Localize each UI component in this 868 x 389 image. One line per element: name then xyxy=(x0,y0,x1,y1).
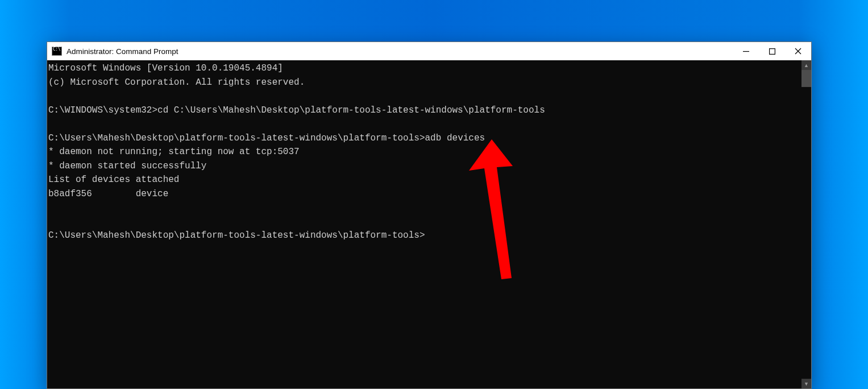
titlebar[interactable]: Administrator: Command Prompt xyxy=(47,42,811,60)
close-button[interactable] xyxy=(785,42,811,60)
terminal-prompt: C:\Users\Mahesh\Desktop\platform-tools-l… xyxy=(48,230,425,241)
terminal-prompt: C:\Users\Mahesh\Desktop\platform-tools-l… xyxy=(48,133,425,143)
terminal-line: b8adf356 device xyxy=(48,189,168,199)
terminal-line: (c) Microsoft Corporation. All rights re… xyxy=(48,77,305,88)
maximize-button[interactable] xyxy=(759,42,785,60)
scroll-thumb[interactable] xyxy=(801,70,811,87)
terminal-output[interactable]: Microsoft Windows [Version 10.0.19045.48… xyxy=(47,60,801,388)
command-prompt-window: Administrator: Command Prompt Microsoft … xyxy=(47,42,812,389)
terminal-line: List of devices attached xyxy=(48,175,179,185)
terminal-line: * daemon not running; starting now at tc… xyxy=(48,147,300,157)
scroll-down-button[interactable]: ▼ xyxy=(801,379,811,388)
terminal-command: cd C:\Users\Mahesh\Desktop\platform-tool… xyxy=(157,105,545,115)
window-title: Administrator: Command Prompt xyxy=(67,47,178,56)
terminal-line: * daemon started successfully xyxy=(48,161,206,171)
minimize-button[interactable] xyxy=(733,42,759,60)
terminal-line: Microsoft Windows [Version 10.0.19045.48… xyxy=(48,63,283,73)
terminal-prompt: C:\WINDOWS\system32> xyxy=(48,105,157,115)
scroll-up-button[interactable]: ▲ xyxy=(801,60,811,70)
vertical-scrollbar[interactable]: ▲ ▼ xyxy=(801,60,811,388)
svg-rect-1 xyxy=(769,48,775,54)
client-area: Microsoft Windows [Version 10.0.19045.48… xyxy=(47,60,811,388)
terminal-command: adb devices xyxy=(425,133,485,143)
cmd-icon xyxy=(52,47,62,56)
